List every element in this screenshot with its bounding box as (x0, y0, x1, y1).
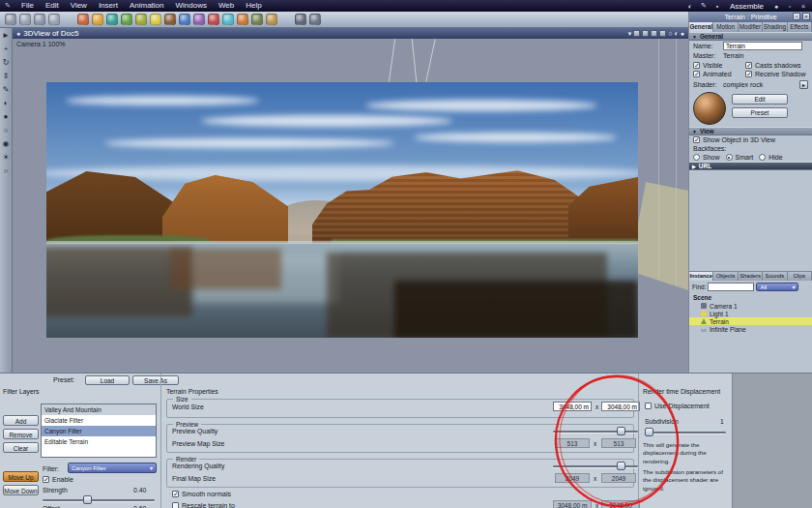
add-sphere-icon[interactable] (77, 14, 89, 25)
add-torus-icon[interactable] (106, 14, 118, 25)
scene-root-label[interactable]: Scene (689, 293, 812, 302)
menu-animation[interactable]: Animation (124, 0, 170, 12)
move-up-button[interactable]: Move Up (3, 471, 39, 482)
tab-instance[interactable]: Instance (689, 272, 713, 281)
move-down-button[interactable]: Move Down (3, 485, 39, 495)
subdivision-slider[interactable] (645, 428, 726, 436)
view-split-2-icon[interactable] (642, 30, 649, 37)
add-box-icon[interactable] (92, 14, 103, 25)
animated-checkbox[interactable]: ✓ Animated (693, 71, 743, 77)
rotate-tool-icon[interactable]: ↻ (3, 58, 10, 67)
menu-help[interactable]: Help (240, 0, 267, 12)
scene-item-light[interactable]: Light 1 (689, 310, 812, 317)
view-single-icon[interactable] (633, 30, 640, 37)
preset-shader-button[interactable]: Preset (732, 107, 788, 118)
particle-icon[interactable] (237, 14, 248, 25)
backfaces-smart-radio[interactable]: Smart (726, 154, 754, 161)
enable-filter-checkbox[interactable]: ✓ Enable (43, 476, 73, 483)
close-icon[interactable]: × (798, 3, 808, 10)
tab-clips[interactable]: Clips (788, 272, 812, 281)
name-field[interactable] (723, 42, 802, 50)
layer-row[interactable]: Glaciate Filter (42, 415, 156, 426)
shading-solid-icon[interactable]: ◐ (675, 29, 679, 38)
viewport-titlebar[interactable]: ● 3DView of Doc5 ▾ ○ ◐ ● (13, 28, 688, 39)
polygon-tool-icon[interactable]: ◐ (4, 99, 9, 107)
layer-row[interactable]: Valley And Mountain (42, 404, 156, 415)
material-icon[interactable] (179, 14, 190, 25)
edge-tool-icon[interactable]: ○ (4, 126, 9, 134)
wand-tool-icon[interactable]: ◐ (685, 3, 695, 10)
menu-web[interactable]: Web (213, 0, 240, 12)
section-general[interactable]: ▼ General (689, 32, 812, 41)
animation-icon[interactable] (222, 14, 234, 25)
scale-tool-icon[interactable]: ⇕ (3, 72, 10, 80)
layout-selector[interactable]: Assemble (726, 2, 768, 11)
tab-shading[interactable]: Shading (763, 22, 787, 32)
preview-quality-slider[interactable] (553, 427, 638, 435)
panel-minimize-icon[interactable]: ▫ (793, 13, 800, 20)
light-tool-icon[interactable]: ☀ (2, 153, 9, 162)
tab-motion[interactable]: Motion (713, 22, 738, 32)
clear-layers-button[interactable]: Clear (3, 442, 39, 453)
shader-browse-icon[interactable]: ▸ (799, 80, 808, 89)
add-plane-icon[interactable] (121, 14, 132, 25)
save-as-preset-button[interactable]: Save As (132, 375, 179, 385)
remove-layer-button[interactable]: Remove (3, 429, 39, 439)
find-input[interactable] (708, 283, 754, 291)
edit-shader-button[interactable]: Edit (732, 94, 788, 105)
rendering-quality-slider[interactable] (553, 462, 638, 470)
tab-general[interactable]: General (689, 22, 713, 32)
minimize-icon[interactable]: ▫ (785, 3, 795, 10)
layer-row[interactable]: Editable Terrain (42, 436, 156, 447)
receive-shadow-checkbox[interactable]: ✓ Receive Shadow (745, 71, 809, 77)
tab-effects[interactable]: Effects (788, 22, 812, 32)
add-camera-icon[interactable] (164, 14, 176, 25)
menu-insert[interactable]: Insert (93, 0, 124, 12)
scene-item-camera[interactable]: Camera 1 (689, 302, 812, 310)
section-url[interactable]: ▶ URL (689, 162, 812, 170)
filter-type-dropdown[interactable]: Canyon Filter ▾ (68, 463, 157, 473)
tab-shaders[interactable]: Shaders (739, 272, 763, 281)
menu-windows[interactable]: Windows (169, 0, 212, 12)
paste-icon[interactable] (48, 14, 60, 25)
shader-preview-sphere[interactable] (693, 92, 726, 125)
find-filter-dropdown[interactable]: All ▾ (756, 283, 798, 291)
script-icon[interactable] (251, 14, 263, 25)
show-object-checkbox[interactable]: ✓ Show Object in 3D View (693, 136, 775, 143)
strength-slider[interactable] (43, 495, 155, 504)
world-size-y-field[interactable] (601, 402, 640, 411)
scene-item-terrain[interactable]: Terrain (689, 317, 812, 325)
tab-objects[interactable]: Objects (713, 272, 738, 281)
menu-file[interactable]: File (15, 0, 40, 12)
view-split-4-icon[interactable] (659, 30, 666, 37)
render-icon[interactable] (208, 14, 219, 25)
rescale-terrain-checkbox[interactable]: Rescale terrain to (172, 502, 235, 508)
move-tool-icon[interactable]: + (4, 45, 9, 53)
tab-sounds[interactable]: Sounds (763, 272, 787, 281)
casts-shadows-checkbox[interactable]: ✓ Casts shadows (745, 62, 809, 69)
tab-modifier[interactable]: Modifier (739, 22, 763, 32)
ruler-tool-icon[interactable]: ▪ (712, 3, 722, 10)
load-preset-button[interactable]: Load (85, 375, 130, 385)
pen-tool-icon[interactable]: ✎ (699, 2, 709, 10)
paint-tool-icon[interactable]: ✎ (3, 85, 10, 94)
smooth-normals-checkbox[interactable]: ✓ Smooth normals (172, 491, 231, 497)
layer-row-selected[interactable]: Canyon Filter (42, 426, 156, 436)
menu-edit[interactable]: Edit (40, 0, 65, 12)
scene-item-infinite-plane[interactable]: Infinite Plane (689, 325, 812, 333)
layout-dot-icon[interactable]: ● (771, 3, 781, 10)
add-terrain-icon[interactable] (135, 14, 147, 25)
use-displacement-checkbox[interactable]: Use Displacement (645, 403, 710, 409)
backfaces-hide-radio[interactable]: Hide (759, 154, 782, 161)
add-light-icon[interactable] (150, 14, 161, 25)
zoom-tool-icon[interactable]: ○ (4, 166, 9, 175)
backfaces-show-radio[interactable]: Show (693, 154, 720, 161)
world-size-x-field[interactable] (553, 402, 592, 411)
texture-icon[interactable] (193, 14, 205, 25)
point-tool-icon[interactable]: ● (4, 112, 9, 121)
view-split-3-icon[interactable] (651, 30, 657, 37)
grid-icon[interactable] (295, 14, 306, 25)
panel-close-icon[interactable]: × (802, 13, 810, 20)
select-tool-icon[interactable]: ► (2, 31, 10, 40)
camera-tool-icon[interactable]: ◉ (3, 139, 10, 148)
